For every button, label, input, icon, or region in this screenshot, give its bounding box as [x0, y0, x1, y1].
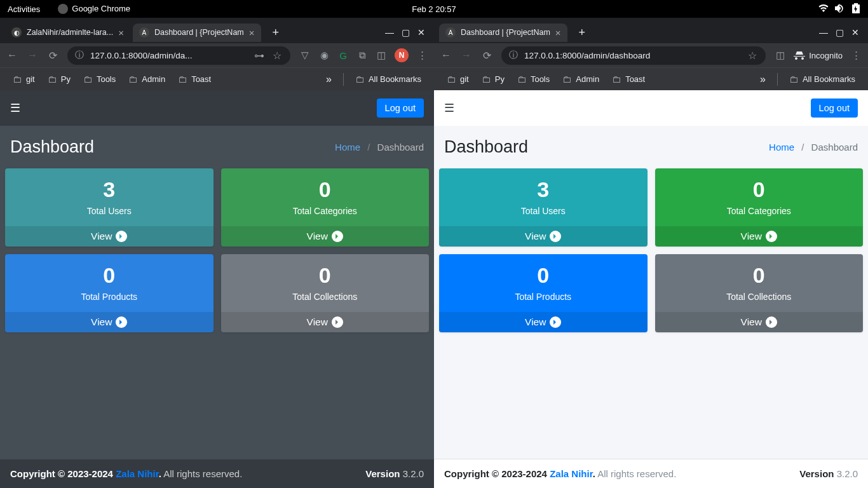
- url-input[interactable]: ⓘ 127.0.0.1:8000/admin/da... ⊶ ☆: [67, 46, 290, 65]
- maximize-button[interactable]: ▢: [402, 27, 410, 37]
- page-title: Dashboard: [444, 137, 528, 157]
- hamburger-icon[interactable]: ☰: [444, 101, 454, 115]
- home-link[interactable]: Home: [769, 142, 794, 152]
- bookmark-admin[interactable]: 🗀Admin: [123, 72, 170, 86]
- chrome-icon: [58, 4, 68, 14]
- star-icon[interactable]: ☆: [747, 50, 758, 62]
- bookmark-toast[interactable]: 🗀Toast: [607, 72, 650, 86]
- bookmarks-overflow-icon[interactable]: »: [755, 74, 771, 85]
- author-link[interactable]: Zala Nihir: [116, 468, 159, 479]
- arrow-right-icon: [766, 231, 777, 242]
- extension-icon[interactable]: ◉: [318, 50, 330, 61]
- close-button[interactable]: ✕: [851, 27, 859, 37]
- minimize-button[interactable]: —: [385, 27, 394, 37]
- bookmarks-bar: 🗀git 🗀Py 🗀Tools 🗀Admin 🗀Toast » 🗀All Boo…: [0, 67, 434, 90]
- os-top-bar: Activities Google Chrome Feb 2 20:57: [0, 0, 868, 18]
- incognito-indicator[interactable]: Incognito: [794, 51, 843, 60]
- bookmark-py[interactable]: 🗀Py: [43, 72, 76, 86]
- bookmarks-overflow-icon[interactable]: »: [321, 74, 337, 85]
- profile-avatar[interactable]: N: [395, 48, 409, 62]
- app-icon: A: [445, 27, 456, 37]
- bookmark-py[interactable]: 🗀Py: [477, 72, 510, 86]
- author-link[interactable]: Zala Nihir: [550, 468, 593, 479]
- volume-icon[interactable]: [835, 4, 845, 15]
- stat-cards: 3 Total Users View 0 Total Categories Vi…: [0, 165, 434, 336]
- app-indicator[interactable]: Google Chrome: [58, 4, 130, 15]
- logout-button[interactable]: Log out: [811, 98, 858, 118]
- sidepanel-icon[interactable]: ◫: [775, 50, 786, 61]
- arrow-right-icon: [116, 231, 127, 242]
- folder-icon: 🗀: [355, 74, 365, 85]
- back-button[interactable]: ←: [6, 50, 18, 61]
- bookmark-admin[interactable]: 🗀Admin: [557, 72, 604, 86]
- logout-button[interactable]: Log out: [377, 98, 424, 118]
- all-bookmarks-button[interactable]: 🗀All Bookmarks: [784, 72, 860, 86]
- bookmark-toast[interactable]: 🗀Toast: [173, 72, 216, 86]
- tab-github[interactable]: ◐ ZalaNihir/adminlte-lara... ×: [5, 24, 130, 42]
- bookmark-git[interactable]: 🗀git: [442, 72, 474, 86]
- back-button[interactable]: ←: [440, 50, 452, 61]
- arrow-right-icon: [116, 316, 127, 328]
- folder-icon: 🗀: [482, 74, 491, 85]
- star-icon[interactable]: ☆: [271, 50, 283, 62]
- view-collections-link[interactable]: View: [221, 312, 430, 332]
- new-tab-button[interactable]: +: [269, 25, 283, 41]
- extension-icon[interactable]: G: [337, 50, 349, 61]
- menu-icon[interactable]: ⋮: [850, 50, 862, 61]
- info-icon[interactable]: ⓘ: [509, 50, 518, 61]
- info-icon[interactable]: ⓘ: [75, 50, 84, 61]
- key-icon[interactable]: ⊶: [254, 50, 265, 62]
- folder-icon: 🗀: [447, 74, 456, 85]
- card-total-collections: 0 Total Collections View: [221, 254, 430, 332]
- separator: [777, 73, 778, 86]
- close-icon[interactable]: ×: [118, 27, 124, 38]
- view-categories-link[interactable]: View: [655, 226, 864, 247]
- reload-button[interactable]: ⟳: [481, 50, 492, 62]
- card-total-collections: 0 Total Collections View: [655, 254, 864, 332]
- maximize-button[interactable]: ▢: [836, 27, 844, 37]
- view-products-link[interactable]: View: [439, 312, 648, 332]
- arrow-right-icon: [550, 316, 561, 328]
- arrow-right-icon: [332, 231, 343, 242]
- minimize-button[interactable]: —: [819, 27, 828, 37]
- tab-strip: A Dashboard | {ProjectNam × + — ▢ ✕: [434, 18, 868, 43]
- bookmark-tools[interactable]: 🗀Tools: [78, 72, 121, 86]
- tab-dashboard[interactable]: A Dashboard | {ProjectNam ×: [133, 24, 261, 42]
- folder-icon: 🗀: [128, 74, 138, 85]
- page-footer: Copyright © 2023-2024 Zala Nihir. All ri…: [0, 459, 434, 488]
- menu-icon[interactable]: ⋮: [416, 50, 428, 61]
- extension-icon[interactable]: ▽: [299, 50, 311, 61]
- folder-icon: 🗀: [789, 74, 799, 85]
- activities-button[interactable]: Activities: [8, 4, 40, 14]
- close-icon[interactable]: ×: [249, 27, 255, 38]
- extensions-icon[interactable]: ⧉: [356, 50, 368, 61]
- folder-icon: 🗀: [562, 74, 572, 85]
- breadcrumb: Home / Dashboard: [769, 142, 858, 152]
- home-link[interactable]: Home: [335, 142, 360, 152]
- wifi-icon[interactable]: [818, 4, 829, 14]
- card-total-categories: 0 Total Categories View: [655, 168, 864, 247]
- page-footer: Copyright © 2023-2024 Zala Nihir. All ri…: [434, 459, 868, 488]
- close-icon[interactable]: ×: [555, 27, 561, 38]
- reload-button[interactable]: ⟳: [47, 50, 58, 62]
- new-tab-button[interactable]: +: [575, 25, 590, 41]
- view-products-link[interactable]: View: [5, 312, 214, 332]
- address-bar: ← → ⟳ ⓘ 127.0.0.1:8000/admin/dashboard ☆…: [434, 43, 868, 67]
- stat-cards: 3 Total Users View 0 Total Categories Vi…: [434, 165, 868, 336]
- all-bookmarks-button[interactable]: 🗀All Bookmarks: [350, 72, 426, 86]
- sidepanel-icon[interactable]: ◫: [376, 50, 387, 61]
- battery-icon[interactable]: [851, 3, 860, 15]
- tab-dashboard[interactable]: A Dashboard | {ProjectNam ×: [439, 24, 567, 42]
- bookmark-tools[interactable]: 🗀Tools: [512, 72, 555, 86]
- view-collections-link[interactable]: View: [655, 312, 864, 332]
- view-users-link[interactable]: View: [5, 226, 214, 247]
- clock[interactable]: Feb 2 20:57: [412, 4, 456, 14]
- close-button[interactable]: ✕: [417, 27, 425, 37]
- url-input[interactable]: ⓘ 127.0.0.1:8000/admin/dashboard ☆: [501, 46, 766, 65]
- hamburger-icon[interactable]: ☰: [10, 101, 20, 115]
- breadcrumb: Home / Dashboard: [335, 142, 424, 152]
- browser-window-left: ◐ ZalaNihir/adminlte-lara... × A Dashboa…: [0, 18, 434, 488]
- bookmark-git[interactable]: 🗀git: [8, 72, 40, 86]
- view-categories-link[interactable]: View: [221, 226, 430, 247]
- view-users-link[interactable]: View: [439, 226, 648, 247]
